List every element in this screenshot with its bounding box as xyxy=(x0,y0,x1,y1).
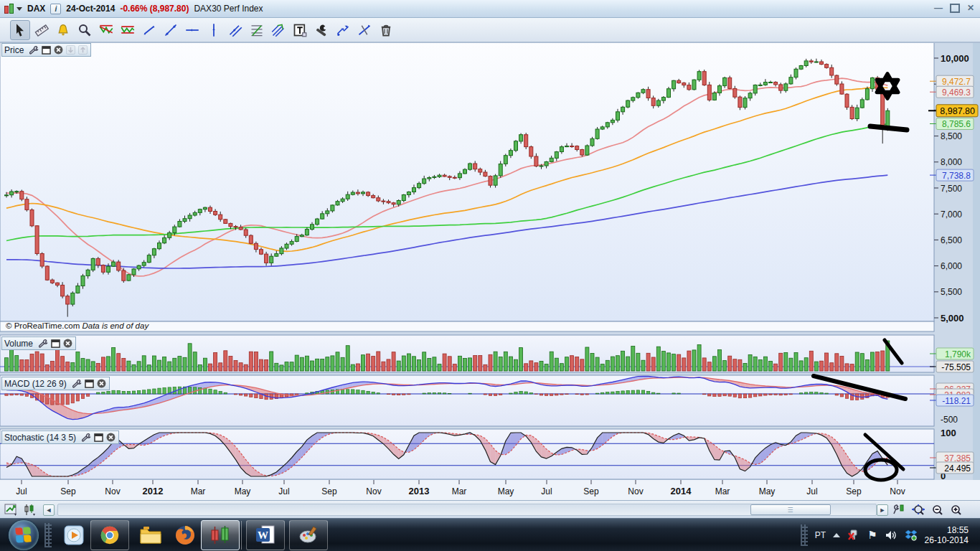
text-tool-tool[interactable] xyxy=(290,20,310,40)
drawing-settings-tool[interactable] xyxy=(311,20,331,40)
pattern-top-tool[interactable] xyxy=(96,20,116,40)
drawing-toolbar xyxy=(0,18,980,43)
wrench-icon[interactable] xyxy=(81,433,92,443)
pointer-tool[interactable] xyxy=(10,20,30,40)
move-up-icon[interactable] xyxy=(77,45,88,55)
window-icon[interactable] xyxy=(50,339,61,349)
wrench-icon[interactable] xyxy=(72,379,83,389)
vertical-line-icon xyxy=(207,23,221,37)
svg-text:37.385: 37.385 xyxy=(944,453,971,463)
svg-text:Jul: Jul xyxy=(806,486,817,496)
stochastic-panel-label: Stochastic (14 3 5) xyxy=(4,433,76,443)
zoom-fit-tool[interactable] xyxy=(911,504,927,517)
svg-text:10,000: 10,000 xyxy=(941,53,969,64)
scroll-right-button[interactable]: ► xyxy=(877,504,888,516)
move-down-icon[interactable] xyxy=(65,45,76,55)
scrollbar-thumb[interactable]: ☰ xyxy=(750,504,831,515)
pitchfork-icon xyxy=(271,23,286,37)
zoom-in-tool[interactable] xyxy=(950,504,964,517)
svg-text:7,738.8: 7,738.8 xyxy=(942,171,971,181)
taskbar-clock[interactable]: 18:55 26-10-2014 xyxy=(925,525,973,545)
window-icon[interactable] xyxy=(93,433,104,443)
prorealtime-taskbar-button[interactable] xyxy=(201,520,240,550)
firefox-icon[interactable] xyxy=(174,524,197,547)
close-panel-icon[interactable] xyxy=(53,45,64,55)
vertical-line-tool[interactable] xyxy=(204,20,224,40)
drawing-settings-icon xyxy=(314,23,329,37)
window-icon[interactable] xyxy=(84,379,95,389)
magnifier-tool[interactable] xyxy=(75,20,95,40)
chart-canvas[interactable]: © ProRealTime.com Data is end of day10,0… xyxy=(0,0,980,518)
start-button[interactable] xyxy=(9,520,39,550)
word-taskbar-button[interactable]: W xyxy=(246,520,285,550)
info-icon[interactable]: i xyxy=(50,4,61,14)
explorer-folder-icon[interactable] xyxy=(139,524,164,546)
chrome-taskbar-button[interactable] xyxy=(90,520,129,550)
scroll-left-button[interactable]: ◄ xyxy=(43,504,55,516)
svg-text:Mar: Mar xyxy=(715,486,730,496)
chart-settings-tool[interactable] xyxy=(892,504,907,517)
svg-text:© ProRealTime.com Data is end: © ProRealTime.com Data is end of day xyxy=(6,321,149,330)
action-center-flag-icon[interactable]: ⚑ xyxy=(867,529,877,542)
price-panel-label: Price xyxy=(4,45,24,55)
close-panel-icon[interactable] xyxy=(62,339,73,349)
word-icon: W xyxy=(255,524,276,546)
svg-text:2012: 2012 xyxy=(143,486,164,496)
svg-text:8,000: 8,000 xyxy=(941,157,962,167)
svg-text:Sep: Sep xyxy=(583,486,599,496)
svg-text:-500: -500 xyxy=(941,415,958,425)
trendline-tool[interactable] xyxy=(161,20,181,40)
parallel-lines-tool[interactable] xyxy=(225,20,245,40)
arrow-marks-tool[interactable] xyxy=(333,20,353,40)
trendline-icon xyxy=(164,23,178,37)
ruler-icon xyxy=(34,23,49,37)
svg-text:-75.505: -75.505 xyxy=(941,362,971,372)
index-name: DAX30 Perf Index xyxy=(194,4,263,14)
ruler-tool[interactable] xyxy=(32,20,52,40)
fibonacci-icon xyxy=(250,23,264,37)
segment-tool[interactable] xyxy=(139,20,159,40)
restore-button[interactable] xyxy=(950,4,960,13)
svg-text:2014: 2014 xyxy=(671,486,692,496)
svg-text:May: May xyxy=(498,486,514,496)
svg-text:100: 100 xyxy=(941,428,956,438)
svg-text:9,469.3: 9,469.3 xyxy=(942,88,971,98)
symbol-label[interactable]: DAX xyxy=(27,4,45,14)
paint-taskbar-button[interactable] xyxy=(289,520,328,550)
trash-icon xyxy=(379,23,393,37)
horizontal-line-tool[interactable] xyxy=(182,20,202,40)
pattern-channel-tool[interactable] xyxy=(118,20,138,40)
wrench-icon[interactable] xyxy=(38,339,49,349)
trash-tool[interactable] xyxy=(376,20,396,40)
candle-link-tool[interactable] xyxy=(23,504,37,517)
svg-text:Nov: Nov xyxy=(628,486,643,496)
alert-bell-tool[interactable] xyxy=(53,20,73,40)
dropbox-icon[interactable] xyxy=(905,529,918,541)
chrome-icon xyxy=(99,524,121,546)
minimize-button[interactable]: — xyxy=(934,3,943,13)
window-icon[interactable] xyxy=(41,45,52,55)
media-player-icon[interactable] xyxy=(62,524,86,547)
svg-text:8,500: 8,500 xyxy=(941,131,962,141)
symbol-dropdown-icon[interactable] xyxy=(17,7,22,11)
svg-text:Sep: Sep xyxy=(321,486,337,496)
language-indicator[interactable]: PT xyxy=(815,530,826,540)
chart-link-tool[interactable] xyxy=(4,504,19,517)
close-panel-icon[interactable] xyxy=(105,433,116,443)
fibonacci-tool[interactable] xyxy=(247,20,267,40)
safely-remove-icon[interactable] xyxy=(847,529,860,542)
show-hidden-icons-button[interactable] xyxy=(833,533,840,537)
close-panel-icon[interactable] xyxy=(96,379,107,389)
wrench-icon[interactable] xyxy=(29,45,39,55)
quote-change: -0.66% (8,987.80) xyxy=(120,4,189,14)
horizontal-scrollbar[interactable]: ☰ xyxy=(57,504,877,516)
volume-speaker-icon[interactable] xyxy=(885,529,897,541)
paint-icon xyxy=(298,524,319,546)
prorealtime-icon xyxy=(209,524,231,546)
crossed-lines-tool[interactable] xyxy=(354,20,374,40)
pitchfork-tool[interactable] xyxy=(268,20,288,40)
alert-bell-icon xyxy=(56,23,70,37)
zoom-out-tool[interactable] xyxy=(931,504,946,517)
pointer-icon xyxy=(13,23,27,37)
close-button[interactable]: ✕ xyxy=(967,3,974,13)
